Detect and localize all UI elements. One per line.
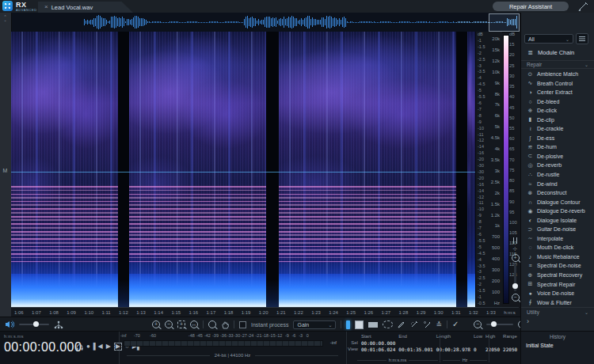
module-item[interactable]: ∴ De-rustle	[521, 170, 594, 179]
module-chain-item[interactable]: ≣ Module Chain	[521, 47, 594, 57]
mini-output-icon[interactable]: ⊹	[513, 246, 518, 252]
db-tick-label: -16	[478, 183, 484, 188]
module-item[interactable]: ≀ De-crackle	[521, 124, 594, 133]
db-tick-label: dB	[478, 32, 483, 37]
amplitude-db-ruler[interactable]: dB-1-1.5-2-2.5-3-3.5-4-4.5-5-5.5-6-7-8-9…	[475, 32, 488, 307]
module-item[interactable]: ⊙ Ambience Match	[521, 70, 594, 78]
vertical-zoom-slider[interactable]	[514, 264, 516, 291]
spectrogram-display[interactable]	[11, 32, 475, 307]
zoom-in-vertical-icon[interactable]: +	[512, 254, 520, 262]
vertical-zoom-knob[interactable]	[512, 283, 518, 289]
overview-collapse-icon[interactable]: ⌃⌄	[2, 15, 9, 21]
legend-tick-label: 25	[509, 64, 514, 69]
play-button[interactable]: ▶	[106, 343, 111, 350]
module-icon: ∩	[527, 199, 534, 205]
module-item[interactable]: ◉ Dialogue De-reverb	[521, 207, 594, 215]
module-icon: ∴	[527, 172, 534, 178]
module-item[interactable]: ⊃ Guitar De-noise	[521, 225, 594, 233]
file-tab[interactable]: × Lead Vocal.wav	[38, 2, 133, 13]
col-high: High	[484, 333, 501, 339]
waveform-overview-strip[interactable]	[11, 13, 519, 32]
repair-section-header[interactable]: Repair ⌄	[521, 60, 594, 69]
module-item[interactable]: ⊗ Deconstruct	[521, 188, 594, 197]
module-item[interactable]: ∮ Wow & Flutter	[521, 298, 594, 307]
hzoom-out-icon[interactable]: −	[474, 320, 482, 328]
meter-scale-label: -9	[285, 333, 289, 338]
history-entry[interactable]: Initial State	[526, 343, 594, 348]
tab-close-icon[interactable]: ×	[44, 4, 48, 10]
module-item[interactable]: ≡ Spectral De-noise	[521, 261, 594, 270]
preview-headphones-icon[interactable]	[76, 343, 83, 351]
module-item[interactable]: ⊞ Spectral Repair	[521, 280, 594, 289]
time-tick-label: 1:20	[259, 310, 268, 315]
module-item[interactable]: ≋ De-hum	[521, 142, 594, 151]
time-tick-label: 1:07	[32, 310, 41, 315]
utility-section-header[interactable]: Utility ⌄	[521, 307, 594, 316]
brush-selection-tool[interactable]	[398, 320, 406, 328]
sel-start-value[interactable]: 00:00:00.000	[360, 339, 397, 346]
zoom-in-icon[interactable]: +	[152, 320, 160, 328]
time-ruler[interactable]: 1:061:071:081:091:101:111:121:131:141:15…	[11, 307, 519, 317]
module-item[interactable]: ♪ Music Rebalance	[521, 252, 594, 261]
module-menu-icon[interactable]	[576, 33, 588, 44]
monitor-volume-slider[interactable]	[19, 324, 49, 325]
frequency-ruler[interactable]: 20k15k12k10k9k8k7k6k5k4.5k4k3.5k3k2.5k2k…	[488, 32, 502, 307]
freq-unit-label[interactable]: Hz	[463, 358, 468, 362]
time-selection-tool[interactable]	[346, 320, 350, 329]
tools-pen-icon[interactable]	[578, 2, 589, 11]
view-low-value[interactable]: 0	[472, 346, 484, 352]
module-item[interactable]: ⊕ Spectral Recovery	[521, 271, 594, 279]
view-high-value[interactable]: 22050	[484, 346, 501, 352]
module-item[interactable]: ※ De-click	[521, 106, 594, 115]
module-item[interactable]: ◎ De-reverb	[521, 161, 594, 169]
module-label: De-wind	[537, 181, 558, 187]
module-item[interactable]: ∼ Interpolate	[521, 234, 594, 243]
time-frequency-selection-tool[interactable]	[355, 320, 364, 329]
module-item[interactable]: ◌ Mouth De-click	[521, 243, 594, 252]
selection-list-icon[interactable]: ≛	[436, 321, 442, 328]
zoom-selection-icon[interactable]: +	[177, 320, 185, 328]
zoom-out-vertical-icon[interactable]: −	[512, 294, 520, 301]
module-item[interactable]: ∿ Breath Control	[521, 79, 594, 88]
module-item[interactable]: ◐ Dialogue Isolate	[521, 216, 594, 225]
module-item[interactable]: ⊂ De-plosive	[521, 152, 594, 161]
magnify-tool-icon[interactable]	[208, 320, 216, 328]
monitor-volume-icon[interactable]	[5, 320, 14, 328]
instant-process-checkbox[interactable]	[239, 321, 246, 328]
wand-selection-tool[interactable]	[410, 320, 418, 328]
module-item[interactable]: ▮ De-clip	[521, 116, 594, 124]
frequency-selection-tool[interactable]	[368, 322, 378, 328]
go-to-start-button[interactable]: ▌◀	[93, 343, 103, 350]
module-item[interactable]: ∩ Dialogue Contour	[521, 198, 594, 207]
horizontal-zoom-slider[interactable]	[486, 324, 513, 325]
view-range-value[interactable]: 22050	[501, 346, 519, 352]
view-start-value[interactable]: 00:01:06.024	[360, 346, 397, 352]
overview-view-region[interactable]	[489, 13, 520, 32]
hand-tool-icon[interactable]	[221, 320, 229, 329]
zoom-fit-icon[interactable]: ↔	[190, 320, 198, 328]
lasso-selection-tool[interactable]	[383, 320, 393, 328]
module-filter-dropdown[interactable]: All ⌄	[524, 34, 573, 44]
time-format-selector[interactable]: h:m:s.ms	[4, 334, 24, 339]
routing-icon[interactable]	[54, 320, 63, 329]
volume-knob[interactable]	[33, 321, 39, 327]
time-unit-label[interactable]: h:m:s.ms	[389, 358, 406, 362]
module-item[interactable]: ◑ Center Extract	[521, 88, 594, 97]
apply-check-icon[interactable]: ✓	[452, 320, 459, 328]
repair-assistant-button[interactable]: Repair Assistant	[493, 2, 569, 11]
col-start: Start	[360, 333, 397, 339]
process-preset-dropdown[interactable]: Gain ⌄	[293, 320, 336, 329]
module-item[interactable]: ≈ De-wind	[521, 180, 594, 188]
zoom-out-icon[interactable]: −	[165, 320, 173, 328]
module-item[interactable]: ● Voice De-noise	[521, 289, 594, 298]
module-item[interactable]: ○ De-bleed	[521, 97, 594, 106]
module-item[interactable]: ∫ De-ess	[521, 134, 594, 142]
expand-icon[interactable]: ›	[527, 317, 529, 325]
spectrogram-waveform-blend-icon[interactable]	[512, 237, 519, 244]
record-button[interactable]: ●	[86, 343, 90, 350]
view-end-value[interactable]: 00:01:35.001	[397, 346, 434, 352]
playhead-time-display[interactable]: 00:00:00.000	[4, 340, 82, 355]
hzoom-knob[interactable]	[491, 321, 497, 327]
channel-label[interactable]: M	[0, 168, 10, 173]
magic-wand-tool[interactable]	[423, 320, 431, 328]
